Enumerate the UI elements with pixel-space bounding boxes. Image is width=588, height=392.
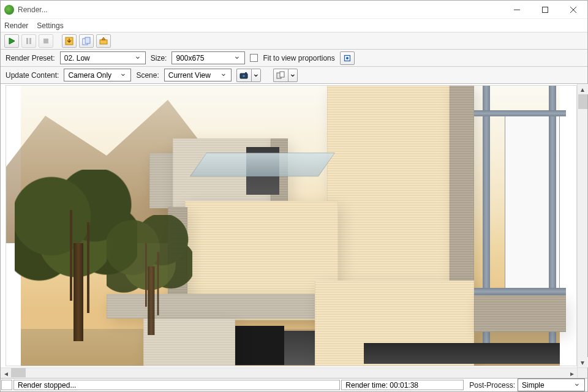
fit-to-view-checkbox[interactable] — [250, 54, 258, 62]
window-controls — [503, 1, 587, 19]
post-process-label: Post-Process: — [469, 381, 515, 390]
render-viewport[interactable] — [6, 85, 577, 366]
save-image-button[interactable] — [62, 34, 77, 48]
stop-render-button[interactable] — [39, 34, 53, 48]
options-row-1: Render Preset: 02. Low Size: 900x675 Fit… — [1, 50, 587, 67]
svg-rect-0 — [543, 7, 548, 12]
size-combo[interactable]: 900x675 — [172, 51, 245, 64]
scroll-thumb[interactable] — [11, 368, 26, 377]
horizontal-scrollbar[interactable]: ◂ ▸ — [1, 368, 587, 378]
window-title: Render... — [18, 6, 503, 14]
status-indicator-box — [1, 380, 12, 390]
update-content-label: Update Content: — [6, 71, 59, 80]
fit-to-view-label: Fit to view proportions — [263, 54, 334, 62]
menubar: Render Settings — [1, 19, 587, 32]
status-bar: Render stopped... Render time: 00:01:38 … — [1, 378, 587, 391]
vertical-scrollbar[interactable]: ▴ ▾ — [577, 84, 587, 368]
svg-rect-7 — [100, 40, 107, 44]
svg-rect-3 — [43, 39, 48, 43]
menu-render[interactable]: Render — [4, 21, 28, 30]
chevron-down-icon — [572, 381, 582, 390]
post-process-combo[interactable]: Simple — [518, 379, 585, 391]
chevron-down-icon — [219, 71, 228, 80]
scroll-thumb[interactable] — [578, 94, 587, 109]
minimize-button[interactable] — [503, 1, 531, 19]
status-render-time: Render time: 00:01:38 — [341, 380, 464, 390]
chevron-down-icon[interactable] — [251, 69, 261, 82]
chevron-down-icon — [133, 54, 143, 62]
svg-rect-6 — [85, 37, 90, 43]
render-preset-label: Render Preset: — [6, 54, 55, 62]
maximize-button[interactable] — [531, 1, 559, 19]
titlebar: Render... — [1, 1, 587, 19]
toolbar — [1, 32, 587, 50]
svg-point-11 — [243, 74, 246, 77]
scroll-up-arrow[interactable]: ▴ — [578, 84, 588, 94]
chevron-down-icon — [118, 71, 128, 80]
scene-combo[interactable]: Current View — [164, 69, 232, 81]
viewport-area: ▴ ▾ — [1, 84, 587, 368]
pause-render-button[interactable] — [21, 34, 36, 48]
svg-rect-14 — [280, 72, 284, 77]
app-icon — [4, 5, 14, 15]
svg-rect-1 — [26, 38, 28, 44]
update-content-combo[interactable]: Camera Only — [64, 69, 131, 81]
scene-label: Scene: — [136, 71, 159, 80]
menu-settings[interactable]: Settings — [37, 21, 63, 30]
size-label: Size: — [151, 54, 167, 62]
scroll-down-arrow[interactable]: ▾ — [578, 357, 588, 368]
render-image — [21, 86, 560, 366]
lock-aspect-button[interactable] — [340, 51, 355, 65]
status-state: Render stopped... — [13, 380, 340, 390]
export-button[interactable] — [96, 34, 111, 48]
scroll-left-arrow[interactable]: ◂ — [1, 368, 11, 379]
render-window: Render... Render Settings Render Preset:… — [0, 0, 588, 392]
chevron-down-icon — [232, 54, 242, 62]
copy-image-button[interactable] — [79, 34, 94, 48]
scroll-right-arrow[interactable]: ▸ — [567, 368, 577, 379]
copy-view-button[interactable] — [273, 69, 298, 82]
capture-camera-button[interactable] — [236, 69, 261, 82]
svg-rect-12 — [245, 72, 247, 74]
close-button[interactable] — [559, 1, 587, 19]
options-row-2: Update Content: Camera Only Scene: Curre… — [1, 67, 587, 84]
svg-point-9 — [346, 57, 349, 59]
svg-rect-2 — [29, 38, 31, 44]
start-render-button[interactable] — [4, 34, 19, 48]
chevron-down-icon[interactable] — [288, 69, 298, 82]
render-preset-combo[interactable]: 02. Low — [60, 51, 146, 64]
